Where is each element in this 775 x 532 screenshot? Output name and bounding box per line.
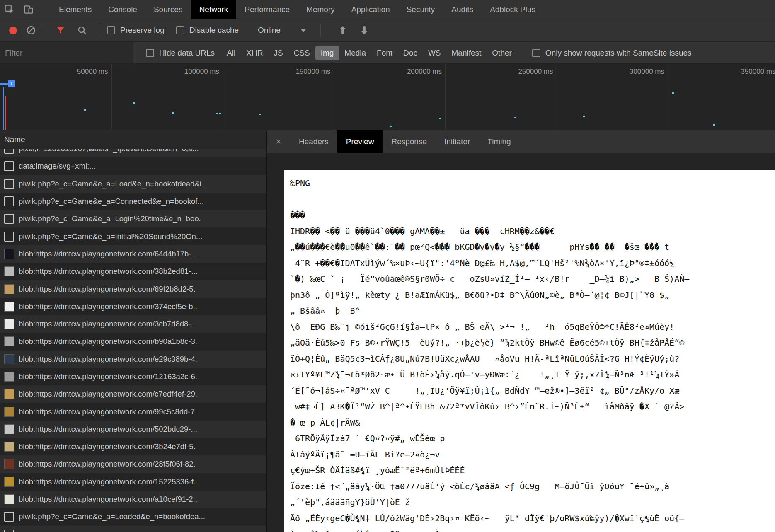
toolbar-divider bbox=[100, 24, 100, 37]
request-dot bbox=[259, 114, 261, 115]
request-name: piwik.php?e_c=Game&e_a=Connected&e_n=boo… bbox=[19, 197, 204, 206]
request-row[interactable]: blob:https://dmtcw.playngonetwork.com/c7… bbox=[0, 385, 266, 403]
request-row[interactable]: blob:https://dmtcw.playngonetwork.com/99… bbox=[0, 403, 266, 420]
close-details-icon[interactable]: × bbox=[267, 130, 290, 153]
binary-preview-text: ‰PNG ��� IHDR�� <�� ü ���ü4`0��� gAMA��±… bbox=[290, 175, 775, 532]
request-row[interactable]: piwik.php?e_c=Game&e_a=Load&e_n=bookofde… bbox=[0, 175, 266, 193]
request-name: blob:https://dmtcw.playngonetwork.com/12… bbox=[19, 372, 197, 381]
filter-input[interactable] bbox=[0, 42, 133, 63]
image-thumbnail-icon bbox=[4, 336, 14, 346]
filter-funnel-icon[interactable] bbox=[56, 25, 65, 35]
preserve-log-label: Preserve log bbox=[120, 26, 165, 35]
file-icon bbox=[4, 179, 14, 189]
record-icon[interactable] bbox=[9, 27, 17, 34]
image-thumbnail-icon bbox=[4, 266, 14, 276]
request-row[interactable]: blob:https://dmtcw.playngonetwork.com/50… bbox=[0, 421, 266, 438]
tab-memory[interactable]: Memory bbox=[298, 0, 343, 19]
request-name: pixel,r=1282610107,labels=_fp.event.Defa… bbox=[19, 149, 199, 153]
chevron-down-icon[interactable] bbox=[300, 29, 306, 32]
filter-type-css[interactable]: CSS bbox=[288, 46, 315, 60]
filter-type-manifest[interactable]: Manifest bbox=[446, 46, 487, 60]
disable-cache-checkbox[interactable] bbox=[176, 26, 184, 34]
request-name: blob:https://dmtcw.playngonetwork.com/3b… bbox=[19, 442, 196, 451]
filter-type-font[interactable]: Font bbox=[371, 46, 398, 60]
filter-type-ws[interactable]: WS bbox=[423, 46, 446, 60]
request-row[interactable]: blob:https://dmtcw.playngonetwork.com/3b… bbox=[0, 438, 266, 455]
filter-type-xhr[interactable]: XHR bbox=[241, 46, 268, 60]
request-name: blob:https://dmtcw.playngonetwork.com/99… bbox=[19, 407, 197, 416]
device-toolbar-icon[interactable] bbox=[19, 0, 38, 19]
request-row[interactable]: blob:https://dmtcw.playngonetwork.com/37… bbox=[0, 298, 266, 315]
request-row[interactable]: blob:https://dmtcw.playngonetwork.com/3c… bbox=[0, 315, 266, 333]
clear-icon[interactable] bbox=[26, 25, 36, 35]
request-row[interactable]: piwik.php?e_c=Game&e_a=Loaded&e_n=bookof… bbox=[0, 508, 266, 525]
file-icon bbox=[4, 196, 14, 206]
detail-tab-headers[interactable]: Headers bbox=[290, 130, 337, 153]
detail-tabs: HeadersPreviewResponseInitiatorTiming bbox=[290, 130, 520, 153]
hide-data-urls-checkbox[interactable] bbox=[146, 49, 154, 57]
request-name: piwik.php?e_c=Game&e_a=Load&e_n=bookofde… bbox=[19, 179, 203, 189]
filter-type-other[interactable]: Other bbox=[487, 46, 517, 60]
request-dot bbox=[84, 109, 86, 111]
request-row[interactable]: blob:https://dmtcw.playngonetwork.com/b9… bbox=[0, 333, 266, 350]
network-main: Name pixel,r=1282610107,labels=_fp.event… bbox=[0, 130, 775, 532]
image-thumbnail-icon bbox=[4, 319, 14, 329]
requests-panel: Name pixel,r=1282610107,labels=_fp.event… bbox=[0, 130, 267, 532]
preserve-log-checkbox[interactable] bbox=[107, 26, 115, 34]
tab-network[interactable]: Network bbox=[191, 0, 237, 19]
export-har-icon[interactable] bbox=[359, 25, 370, 36]
request-row[interactable]: piwik.php?e_c=Game&e_a=Initial%20Sound%2… bbox=[0, 227, 266, 245]
request-row[interactable] bbox=[0, 526, 266, 532]
timeline-overview[interactable]: 1 50000 ms100000 ms150000 ms200000 ms250… bbox=[0, 64, 775, 130]
request-row[interactable]: pixel,r=1282610107,labels=_fp.event.Defa… bbox=[0, 149, 266, 157]
filter-type-media[interactable]: Media bbox=[339, 46, 371, 60]
request-row[interactable]: blob:https://dmtcw.playngonetwork.com/a1… bbox=[0, 491, 266, 508]
filter-type-doc[interactable]: Doc bbox=[398, 46, 423, 60]
request-name: blob:https://dmtcw.playngonetwork.com/c7… bbox=[19, 389, 197, 399]
request-name: piwik.php?e_c=Game&e_a=Initial%20Sound%2… bbox=[19, 232, 202, 241]
name-column-header[interactable]: Name bbox=[0, 130, 266, 149]
request-row[interactable]: blob:https://dmtcw.playngonetwork.com/15… bbox=[0, 473, 266, 491]
preview-pane: ‰PNG ��� IHDR�� <�� ü ���ü4`0��� gAMA��±… bbox=[284, 170, 775, 532]
filter-type-js[interactable]: JS bbox=[268, 46, 288, 60]
request-row[interactable]: piwik.php?e_c=Game&e_a=Login%20time&e_n=… bbox=[0, 210, 266, 227]
request-row[interactable]: blob:https://dmtcw.playngonetwork.com/64… bbox=[0, 245, 266, 263]
inspect-element-icon[interactable] bbox=[0, 0, 19, 19]
tab-application[interactable]: Application bbox=[343, 0, 398, 19]
throttling-select[interactable]: Online bbox=[258, 26, 281, 35]
tab-console[interactable]: Console bbox=[100, 0, 145, 19]
detail-tab-initiator[interactable]: Initiator bbox=[436, 130, 479, 153]
request-row[interactable]: blob:https://dmtcw.playngonetwork.com/69… bbox=[0, 280, 266, 297]
file-icon bbox=[4, 232, 14, 242]
timeline-gridline bbox=[334, 64, 334, 130]
timeline-gridline bbox=[111, 64, 112, 130]
import-har-icon[interactable] bbox=[337, 25, 348, 36]
filter-type-img[interactable]: Img bbox=[315, 46, 339, 60]
tab-elements[interactable]: Elements bbox=[51, 0, 100, 19]
request-row[interactable]: blob:https://dmtcw.playngonetwork.com/38… bbox=[0, 263, 266, 280]
request-row[interactable]: piwik.php?e_c=Game&e_a=Connected&e_n=boo… bbox=[0, 193, 266, 210]
tab-audits[interactable]: Audits bbox=[443, 0, 482, 19]
timeline-tick-label: 350000 ms bbox=[689, 68, 775, 76]
file-icon bbox=[4, 161, 14, 171]
filter-type-all[interactable]: All bbox=[221, 46, 241, 60]
tab-adblock-plus[interactable]: Adblock Plus bbox=[482, 0, 544, 19]
tab-sources[interactable]: Sources bbox=[145, 0, 191, 19]
detail-tab-bar: × HeadersPreviewResponseInitiatorTiming bbox=[267, 130, 775, 153]
request-row[interactable]: data:image/svg+xml;... bbox=[0, 157, 266, 175]
detail-tab-response[interactable]: Response bbox=[383, 130, 436, 153]
request-row[interactable]: blob:https://dmtcw.playngonetwork.com/e2… bbox=[0, 351, 266, 368]
tab-security[interactable]: Security bbox=[398, 0, 443, 19]
timeline-tick-label: 50000 ms bbox=[21, 68, 108, 76]
detail-tab-preview[interactable]: Preview bbox=[337, 130, 383, 153]
detail-tab-timing[interactable]: Timing bbox=[479, 130, 519, 153]
tab-performance[interactable]: Performance bbox=[236, 0, 298, 19]
request-row[interactable]: blob:https://dmtcw.playngonetwork.com/12… bbox=[0, 368, 266, 385]
selected-request-marker-line bbox=[0, 83, 8, 85]
search-icon[interactable] bbox=[77, 25, 87, 36]
samesite-checkbox[interactable] bbox=[532, 49, 540, 57]
filter-bar: Hide data URLs AllXHRJSCSSImgMediaFontDo… bbox=[0, 42, 775, 64]
request-list: pixel,r=1282610107,labels=_fp.event.Defa… bbox=[0, 149, 266, 532]
request-row[interactable]: blob:https://dmtcw.playngonetwork.com/28… bbox=[0, 455, 266, 473]
request-name: blob:https://dmtcw.playngonetwork.com/69… bbox=[19, 285, 196, 294]
